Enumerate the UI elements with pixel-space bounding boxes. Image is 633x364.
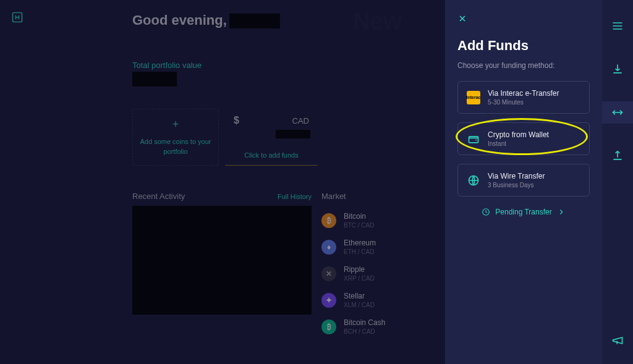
coin-icon: ♦	[321, 240, 336, 255]
coin-name: Ripple	[344, 265, 375, 274]
coin-icon: ₿	[321, 213, 336, 228]
market-item-ripple[interactable]: ✕ Ripple XRP / CAD	[321, 260, 433, 287]
coin-icon: ✕	[321, 266, 336, 281]
coin-pair: XLM / CAD	[344, 302, 375, 308]
fund-option-sub: 5-30 Minutes	[488, 99, 559, 106]
add-funds-cta: Click to add funds	[225, 151, 318, 159]
fund-option-wallet[interactable]: Crypto from Wallet Instant	[457, 122, 590, 155]
username-redacted	[229, 14, 280, 28]
coin-pair: BCH / CAD	[344, 328, 385, 335]
panel-subtitle: Choose your funding method:	[457, 61, 590, 70]
withdraw-icon[interactable]	[602, 145, 633, 167]
fund-option-title: Crypto from Wallet	[488, 130, 549, 139]
right-sidebar	[602, 0, 633, 364]
market-title: Market	[321, 192, 433, 201]
add-funds-panel: Add Funds Choose your funding method: In…	[445, 0, 602, 364]
activity-list-redacted	[132, 206, 312, 315]
announce-icon[interactable]	[602, 329, 633, 352]
fund-option-sub: 3 Business Days	[488, 182, 545, 188]
interac-icon: Interac	[467, 91, 480, 104]
fund-option-interac[interactable]: Interac Via Interac e-Transfer 5-30 Minu…	[457, 81, 590, 114]
market-item-bitcoin[interactable]: ₿ Bitcoin BTC / CAD	[321, 207, 433, 234]
coin-pair: BTC / CAD	[344, 222, 374, 229]
fund-option-globe[interactable]: Via Wire Transfer 3 Business Days	[457, 164, 590, 197]
add-coins-label: Add some coins to your portfolio	[133, 137, 218, 156]
coin-name: Ethereum	[344, 239, 376, 247]
close-icon[interactable]	[457, 14, 467, 27]
fund-option-sub: Instant	[488, 140, 549, 147]
cad-balance-card[interactable]: $ CAD Click to add funds	[225, 109, 318, 166]
add-coins-card[interactable]: + Add some coins to your portfolio	[132, 109, 219, 166]
market-item-stellar[interactable]: ✦ Stellar XLM / CAD	[321, 287, 433, 313]
portfolio-label: Total portfolio value	[132, 61, 202, 70]
coin-pair: XRP / CAD	[344, 275, 375, 282]
background-watermark: New	[352, 7, 401, 35]
coin-name: Bitcoin Cash	[344, 318, 385, 327]
brand-logo	[11, 11, 23, 26]
transfer-icon[interactable]	[602, 101, 633, 124]
market-item-bitcoin-cash[interactable]: ₿ Bitcoin Cash BCH / CAD	[321, 313, 433, 340]
wallet-icon	[467, 132, 480, 146]
greeting-text: Good evening,	[132, 12, 280, 28]
coin-icon: ✦	[321, 293, 336, 308]
svg-rect-1	[469, 136, 478, 142]
plus-icon: +	[172, 118, 179, 131]
panel-title: Add Funds	[457, 38, 590, 54]
activity-title: Recent Activity	[132, 192, 185, 201]
pending-label: Pending Transfer	[495, 208, 551, 216]
full-history-link[interactable]: Full History	[278, 193, 312, 200]
coin-name: Stellar	[344, 292, 375, 300]
pending-transfer-link[interactable]: Pending Transfer	[457, 208, 590, 216]
menu-icon[interactable]	[602, 15, 633, 37]
deposit-icon[interactable]	[602, 58, 633, 80]
coin-pair: ETH / CAD	[344, 248, 376, 255]
coin-name: Bitcoin	[344, 212, 374, 221]
market-item-ethereum[interactable]: ♦ Ethereum ETH / CAD	[321, 234, 433, 260]
coin-icon: ₿	[321, 320, 336, 334]
globe-icon	[467, 174, 480, 187]
cad-balance-redacted	[276, 130, 310, 138]
portfolio-value-redacted	[132, 72, 177, 87]
fund-option-title: Via Wire Transfer	[488, 172, 545, 180]
currency-label: CAD	[292, 116, 309, 125]
fund-option-title: Via Interac e-Transfer	[488, 89, 559, 98]
dollar-icon: $	[234, 115, 239, 126]
